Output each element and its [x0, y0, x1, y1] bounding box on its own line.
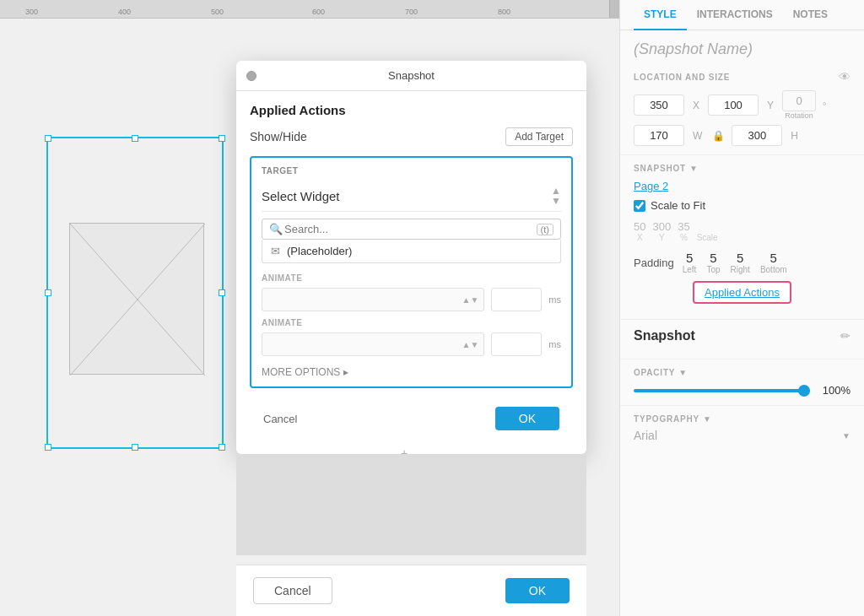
- search-dropdown: ✉ (Placeholder): [262, 240, 561, 263]
- h-input[interactable]: [732, 125, 782, 146]
- location-size-section: LOCATION AND SIZE 👁 X Y Rotation ° W 🔒 H: [620, 62, 864, 155]
- x-axis-label: X: [689, 100, 703, 111]
- handle-tr[interactable]: [219, 135, 225, 142]
- select-widget-row[interactable]: Select Widget ▲ ▼: [262, 181, 561, 212]
- dialog-body: Applied Actions Show/Hide Add Target TAR…: [236, 91, 586, 454]
- canvas-area: 300 400 500 600 700 800: [0, 0, 619, 616]
- snapshot-properties-section: SNAPSHOT ▼ Page 2 Scale to Fit 50 X 300 …: [620, 155, 864, 320]
- opacity-arrow: ▼: [678, 368, 687, 377]
- padding-label: Padding: [634, 257, 674, 269]
- cancel-link-inner[interactable]: Cancel: [263, 413, 297, 425]
- animate-arrows-1: ▲▼: [462, 295, 479, 305]
- snap-scale-pct: %: [680, 233, 688, 242]
- animate-select-1[interactable]: ▲▼: [262, 288, 484, 311]
- ms-field-1: [491, 288, 542, 311]
- scale-to-fit-checkbox[interactable]: [634, 200, 645, 212]
- ruler-tick-400: 400: [118, 8, 131, 16]
- scrollbar-indicator[interactable]: [609, 0, 619, 19]
- search-icon: 🔍: [269, 223, 283, 235]
- handle-mr[interactable]: [219, 289, 225, 296]
- tab-notes[interactable]: NOTES: [783, 0, 838, 30]
- x-input[interactable]: [634, 95, 684, 116]
- typography-arrow: ▼: [703, 414, 711, 424]
- snap-y-lbl: Y: [659, 233, 665, 242]
- opacity-row: 100%: [634, 384, 850, 397]
- scale-fit-row: Scale to Fit: [634, 199, 850, 212]
- snap-x-val: 50: [634, 220, 645, 233]
- rotation-input[interactable]: [782, 90, 816, 111]
- padding-top-lbl: Top: [706, 265, 720, 274]
- snapshot-arrow: ▼: [689, 164, 698, 173]
- canvas-content: Snapshot Applied Actions Show/Hide Add T…: [0, 19, 619, 616]
- y-axis-label: Y: [764, 100, 777, 111]
- inner-wireframe: [69, 223, 204, 375]
- search-t-badge: (t): [537, 224, 554, 235]
- handle-bm[interactable]: [132, 444, 138, 451]
- search-input[interactable]: [284, 223, 533, 235]
- component-title: Snapshot: [634, 328, 695, 343]
- panel-tabs: STYLE INTERACTIONS NOTES: [620, 0, 864, 30]
- typography-label: TYPOGRAPHY: [634, 414, 699, 424]
- add-target-button[interactable]: Add Target: [505, 127, 573, 146]
- tab-style[interactable]: STYLE: [634, 0, 687, 30]
- eye-icon[interactable]: 👁: [839, 70, 850, 84]
- padding-left-val: 5: [683, 251, 697, 265]
- snap-x-lbl: X: [637, 233, 643, 242]
- y-input[interactable]: [708, 95, 759, 116]
- font-select-row[interactable]: Arial ▼: [634, 429, 850, 442]
- edit-icon[interactable]: ✏: [840, 329, 850, 343]
- opacity-slider[interactable]: [634, 389, 810, 392]
- lock-icon[interactable]: 🔒: [710, 130, 726, 142]
- applied-actions-row: Applied Actions: [634, 281, 850, 304]
- placeholder-icon: ✉: [271, 245, 280, 257]
- applied-actions-badge[interactable]: Applied Actions: [693, 281, 791, 304]
- ok-button-inner[interactable]: OK: [495, 407, 559, 430]
- animate-arrows-2: ▲▼: [462, 340, 479, 349]
- ruler-tick-300: 300: [25, 8, 38, 16]
- padding-bottom-lbl: Bottom: [760, 265, 787, 274]
- padding-top-val: 5: [706, 251, 720, 265]
- animate-row-2: ▲▼ ms: [262, 332, 561, 356]
- select-widget-arrows: ▲ ▼: [551, 186, 561, 206]
- ruler-top: 300 400 500 600 700 800: [0, 0, 619, 19]
- show-hide-label: Show/Hide: [250, 130, 307, 143]
- ruler-tick-800: 800: [498, 8, 510, 16]
- padding-left-lbl: Left: [683, 265, 697, 274]
- handle-tm[interactable]: [132, 135, 138, 142]
- target-label: TARGET: [262, 166, 561, 176]
- snap-scale-name: Scale: [697, 233, 718, 242]
- dialog-titlebar: Snapshot: [236, 61, 586, 91]
- target-container: TARGET Select Widget ▲ ▼ 🔍 (t): [250, 156, 573, 388]
- handle-tl[interactable]: [45, 135, 51, 142]
- right-panel: STYLE INTERACTIONS NOTES (Snapshot Name)…: [619, 0, 864, 616]
- page2-link[interactable]: Page 2: [634, 180, 850, 192]
- dialog-inner-footer: Cancel OK: [250, 398, 573, 442]
- placeholder-item[interactable]: ✉ (Placeholder): [262, 240, 560, 262]
- more-options-row[interactable]: MORE OPTIONS ▸: [262, 366, 561, 378]
- ruler-tick-700: 700: [405, 8, 418, 16]
- main-cancel-button[interactable]: Cancel: [253, 577, 332, 604]
- ms-field-2: [491, 332, 542, 356]
- tab-interactions[interactable]: INTERACTIONS: [687, 0, 783, 30]
- handle-ml[interactable]: [45, 289, 51, 296]
- component-section: Snapshot ✏: [620, 320, 864, 359]
- snap-y-val: 300: [652, 220, 671, 233]
- w-input[interactable]: [634, 125, 684, 146]
- ms-label-1: ms: [548, 294, 561, 305]
- placeholder-label: (Placeholder): [287, 245, 352, 257]
- location-size-label: LOCATION AND SIZE: [634, 73, 730, 82]
- main-ok-button[interactable]: OK: [505, 578, 570, 603]
- wireframe-widget[interactable]: [46, 137, 224, 449]
- dialog-close-button[interactable]: [246, 71, 256, 81]
- ms-label-2: ms: [548, 339, 561, 349]
- ruler-tick-500: 500: [211, 8, 224, 16]
- search-container[interactable]: 🔍 (t): [262, 219, 561, 240]
- handle-br[interactable]: [219, 444, 225, 451]
- padding-right-lbl: Right: [731, 265, 750, 274]
- handle-bl[interactable]: [45, 444, 51, 451]
- animate-select-2[interactable]: ▲▼: [262, 332, 484, 356]
- animate-label-2: ANIMATE: [262, 318, 561, 327]
- snapshot-dialog: Snapshot Applied Actions Show/Hide Add T…: [236, 61, 586, 454]
- dialog-section-title: Applied Actions: [250, 103, 573, 117]
- opacity-section: OPACITY ▼ 100%: [620, 359, 864, 406]
